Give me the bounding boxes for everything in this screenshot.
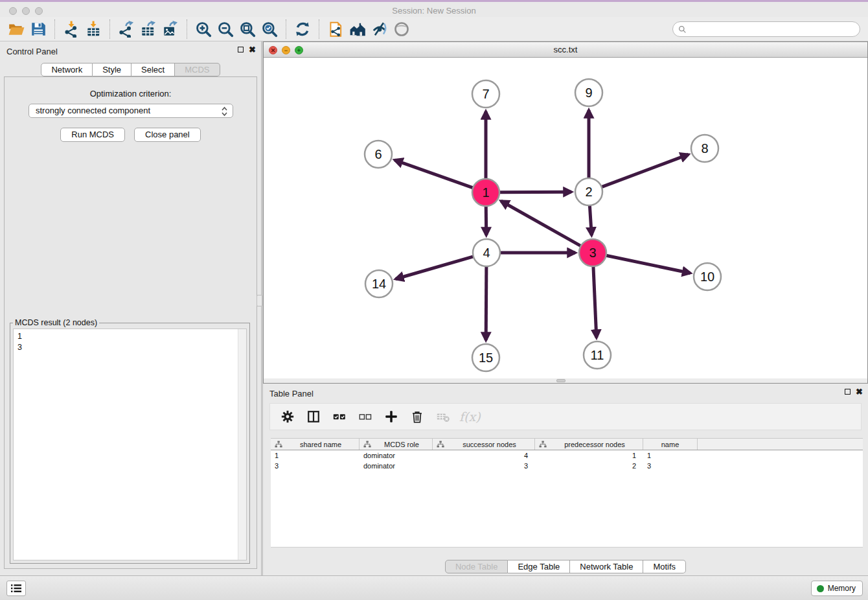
- delete-row-icon[interactable]: [407, 407, 427, 426]
- svg-text:15: 15: [479, 351, 493, 365]
- show-graphics-details-icon[interactable]: [391, 19, 413, 39]
- export-table-icon[interactable]: [137, 19, 159, 39]
- node-11[interactable]: 11: [584, 341, 611, 369]
- column-label: predecessor nodes: [547, 441, 643, 448]
- mcds-result-area[interactable]: 13: [13, 329, 247, 560]
- node-8[interactable]: 8: [691, 135, 718, 162]
- cell-name[interactable]: 1: [643, 450, 698, 461]
- main-toolbar: [0, 17, 868, 41]
- zoom-out-icon[interactable]: [214, 19, 236, 39]
- network-window-titlebar[interactable]: ✕ − + scc.txt: [264, 42, 867, 58]
- cell-name[interactable]: 3: [643, 461, 698, 471]
- node-9[interactable]: 9: [575, 79, 602, 106]
- column-header-shared-name[interactable]: shared name: [271, 439, 360, 450]
- node-15[interactable]: 15: [472, 344, 499, 371]
- close-table-panel-icon[interactable]: ✖: [856, 388, 863, 395]
- node-3[interactable]: 3: [579, 239, 606, 266]
- node-6[interactable]: 6: [365, 141, 392, 168]
- node-14[interactable]: 14: [365, 270, 393, 297]
- edge-3-10[interactable]: [606, 255, 691, 273]
- column-header-successor-nodes[interactable]: successor nodes: [433, 439, 535, 450]
- mcds-result-box: MCDS result (2 nodes) 13: [10, 318, 250, 564]
- cell-shared-name[interactable]: 3: [271, 461, 360, 471]
- import-network-icon[interactable]: [60, 19, 82, 39]
- float-panel-icon[interactable]: [238, 47, 244, 52]
- search-input[interactable]: [687, 23, 860, 35]
- import-table-icon[interactable]: [82, 19, 104, 39]
- zoom-fit-icon[interactable]: [236, 19, 258, 39]
- search-field[interactable]: [672, 21, 860, 37]
- node-2[interactable]: 2: [575, 178, 602, 205]
- save-session-icon[interactable]: [27, 19, 49, 39]
- edge-1-2[interactable]: [499, 192, 571, 192]
- network-title: scc.txt: [264, 45, 867, 54]
- cell-successor-nodes[interactable]: 3: [433, 461, 535, 471]
- edge-3-1[interactable]: [501, 201, 581, 246]
- node-1[interactable]: 1: [472, 179, 499, 206]
- edge-2-3[interactable]: [589, 205, 591, 235]
- node-10[interactable]: 10: [694, 263, 721, 290]
- cell-shared-name[interactable]: 1: [271, 450, 360, 461]
- table-settings-icon[interactable]: [278, 407, 297, 426]
- open-session-icon[interactable]: [5, 19, 27, 39]
- control-panel-title: Control Panel: [6, 47, 58, 56]
- zoom-selected-icon[interactable]: [258, 19, 280, 39]
- export-network-icon[interactable]: [115, 19, 137, 39]
- float-table-panel-icon[interactable]: [845, 389, 851, 395]
- table-panel: Table Panel ✖ f(x) shared nameMCDS roles…: [263, 384, 868, 575]
- panel-splitter-handle[interactable]: [257, 295, 262, 306]
- hide-selected-icon[interactable]: [369, 19, 391, 39]
- select-all-rows-icon[interactable]: [330, 407, 349, 426]
- edge-4-15[interactable]: [486, 266, 486, 340]
- network-hscroll-thumb[interactable]: [556, 379, 565, 382]
- network-graph[interactable]: 1234678910111415: [264, 58, 867, 383]
- tab-select[interactable]: Select: [131, 63, 175, 76]
- cell-predecessor-nodes[interactable]: 2: [535, 461, 643, 471]
- svg-text:2: 2: [585, 185, 592, 199]
- first-neighbors-icon[interactable]: [347, 19, 369, 39]
- network-canvas[interactable]: 1234678910111415: [264, 58, 867, 383]
- table-row[interactable]: 1dominator411: [271, 450, 863, 461]
- edge-3-11[interactable]: [593, 266, 597, 338]
- close-panel-icon[interactable]: ✖: [249, 46, 256, 53]
- column-header-name[interactable]: name: [643, 439, 698, 450]
- tab-mcds[interactable]: MCDS: [175, 63, 220, 76]
- sort-column-icon: [539, 441, 547, 448]
- deselect-all-rows-icon[interactable]: [356, 407, 375, 426]
- column-header-predecessor-nodes[interactable]: predecessor nodes: [535, 439, 643, 450]
- add-row-icon[interactable]: [382, 407, 401, 426]
- node-4[interactable]: 4: [473, 239, 500, 266]
- mcds-panel: Optimization criterion: strongly connect…: [4, 76, 257, 569]
- clone-network-icon[interactable]: [325, 19, 347, 39]
- cell-MCDS-role[interactable]: dominator: [360, 450, 433, 461]
- toggle-columns-icon[interactable]: [304, 407, 323, 426]
- tab-network-table[interactable]: Network Table: [570, 560, 643, 573]
- result-scrollbar[interactable]: [238, 329, 246, 560]
- tab-network[interactable]: Network: [41, 63, 93, 76]
- cell-MCDS-role[interactable]: dominator: [360, 461, 433, 471]
- edge-2-8[interactable]: [602, 154, 689, 187]
- zoom-in-icon[interactable]: [192, 19, 214, 39]
- run-mcds-button[interactable]: Run MCDS: [60, 128, 125, 142]
- edge-4-14[interactable]: [396, 257, 474, 279]
- tab-motifs[interactable]: Motifs: [643, 560, 686, 573]
- table-body: 1dominator4113dominator323: [271, 450, 863, 471]
- tab-node-table[interactable]: Node Table: [445, 560, 508, 573]
- criterion-dropdown[interactable]: strongly connected component: [29, 104, 233, 118]
- tab-style[interactable]: Style: [93, 63, 131, 76]
- network-hscrollbar[interactable]: [264, 378, 867, 383]
- refresh-network-icon[interactable]: [291, 19, 314, 39]
- column-header-MCDS-role[interactable]: MCDS role: [360, 439, 433, 450]
- memory-status-icon: [817, 585, 824, 592]
- tab-edge-table[interactable]: Edge Table: [508, 560, 570, 573]
- memory-button[interactable]: Memory: [811, 581, 863, 596]
- task-history-button[interactable]: [6, 581, 26, 596]
- node-7[interactable]: 7: [472, 80, 499, 108]
- table-row[interactable]: 3dominator323: [271, 461, 863, 471]
- export-image-icon[interactable]: [159, 19, 181, 39]
- edge-1-6[interactable]: [394, 160, 473, 188]
- svg-text:9: 9: [585, 86, 592, 100]
- close-panel-button[interactable]: Close panel: [134, 128, 201, 142]
- cell-predecessor-nodes[interactable]: 1: [535, 450, 643, 461]
- cell-successor-nodes[interactable]: 4: [433, 450, 535, 461]
